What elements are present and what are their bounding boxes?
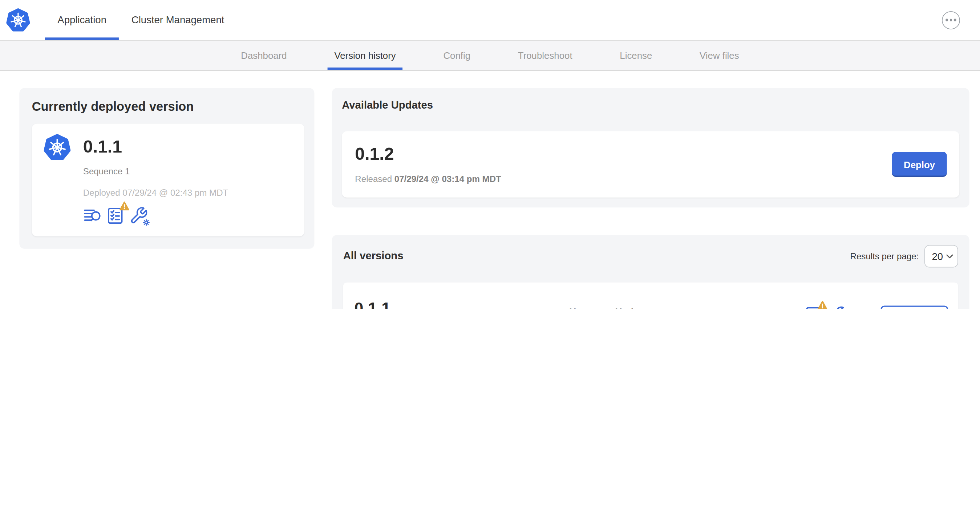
version-row-0-1-1: 0.1.1 Sequence 1 1 files changed View di… bbox=[343, 283, 958, 309]
tab-version-history[interactable]: Version history bbox=[330, 41, 400, 70]
kubernetes-logo bbox=[6, 7, 30, 33]
all-versions-header: All versions Results per page: 20 bbox=[343, 245, 958, 267]
right-column: Available Updates 0.1.2 Released 07/29/2… bbox=[332, 88, 969, 309]
version-source: Upstream Update Currently deployed versi… bbox=[570, 306, 749, 309]
currently-deployed-card: Currently deployed version 0.1.1 Sequenc… bbox=[19, 88, 314, 249]
deployed-version-box: 0.1.1 Sequence 1 Deployed 07/29/24 @ 02:… bbox=[32, 124, 304, 237]
diff-logs-icon[interactable] bbox=[853, 305, 872, 309]
all-versions-title: All versions bbox=[343, 250, 404, 262]
warning-triangle-icon bbox=[818, 300, 828, 309]
tab-application[interactable]: Application bbox=[45, 0, 119, 40]
tab-cluster-management[interactable]: Cluster Management bbox=[119, 0, 237, 40]
ellipsis-icon bbox=[946, 19, 956, 21]
tab-troubleshoot[interactable]: Troubleshoot bbox=[514, 41, 577, 70]
diff-logs-icon[interactable] bbox=[83, 206, 102, 225]
redeploy-button[interactable]: Redeploy bbox=[880, 305, 948, 309]
main-content: Currently deployed version 0.1.1 Sequenc… bbox=[0, 70, 980, 309]
available-updates-card: Available Updates 0.1.2 Released 07/29/2… bbox=[332, 88, 969, 208]
tab-dashboard[interactable]: Dashboard bbox=[237, 41, 291, 70]
deployed-sequence-label: Sequence 1 bbox=[83, 166, 228, 176]
kubernetes-app-icon bbox=[44, 133, 70, 162]
config-wrench-gear-icon[interactable] bbox=[829, 305, 848, 309]
warning-triangle-icon bbox=[119, 201, 130, 211]
version-actions: Checks passed with warnings Redeploy bbox=[748, 305, 948, 309]
deployed-timestamp: Deployed 07/29/24 @ 02:43 pm MDT bbox=[83, 188, 228, 197]
tab-config[interactable]: Config bbox=[439, 41, 475, 70]
results-per-page-select[interactable]: 20 bbox=[924, 245, 958, 267]
available-updates-title: Available Updates bbox=[342, 100, 959, 112]
top-bar: Application Cluster Management bbox=[0, 0, 980, 41]
all-versions-card: All versions Results per page: 20 bbox=[332, 235, 969, 309]
update-row: 0.1.2 Released 07/29/24 @ 03:14 pm MDT D… bbox=[342, 131, 959, 197]
deployed-version-number: 0.1.1 bbox=[83, 138, 228, 157]
version-info: 0.1.1 Sequence 1 1 files changed View di… bbox=[355, 299, 570, 309]
tab-view-files[interactable]: View files bbox=[695, 41, 743, 70]
tab-application-label: Application bbox=[57, 14, 107, 26]
source-label: Upstream Update bbox=[570, 306, 749, 309]
update-released-timestamp: Released 07/29/24 @ 03:14 pm MDT bbox=[355, 173, 501, 184]
app-subnav: Dashboard Version history Config Trouble… bbox=[0, 41, 980, 71]
more-menu-button[interactable] bbox=[942, 11, 960, 29]
results-per-page: Results per page: 20 bbox=[850, 245, 958, 267]
version-number: 0.1.1 bbox=[355, 299, 570, 309]
tab-cluster-management-label: Cluster Management bbox=[132, 14, 224, 26]
tab-license[interactable]: License bbox=[615, 41, 656, 70]
config-wrench-gear-icon[interactable] bbox=[129, 206, 148, 225]
preflight-checks-warning-icon[interactable] bbox=[804, 305, 823, 309]
gear-icon bbox=[142, 218, 151, 227]
currently-deployed-title: Currently deployed version bbox=[32, 100, 304, 114]
deployed-version-actions bbox=[83, 206, 228, 225]
deploy-button[interactable]: Deploy bbox=[892, 152, 947, 177]
results-per-page-label: Results per page: bbox=[850, 251, 919, 261]
preflight-checks-warning-icon[interactable] bbox=[107, 206, 125, 225]
update-version-number: 0.1.2 bbox=[355, 145, 501, 164]
